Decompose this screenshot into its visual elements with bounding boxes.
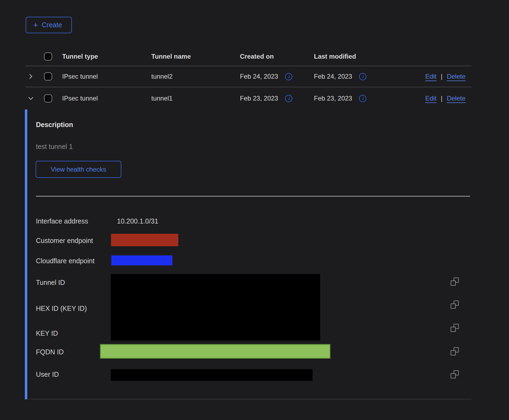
created-on-value: Feb 23, 2023 — [240, 95, 278, 102]
tunnels-table: Tunnel type Tunnel name Created on Last … — [26, 47, 471, 109]
info-icon-glyph: i — [288, 74, 289, 79]
info-icon[interactable]: i — [359, 95, 366, 102]
tunnel-id-label: Tunnel ID — [36, 278, 65, 286]
copy-icon — [451, 278, 459, 286]
select-all-checkbox[interactable] — [44, 52, 52, 61]
row-checkbox[interactable] — [44, 94, 52, 102]
view-health-checks-button[interactable]: View health checks — [36, 161, 121, 178]
collapse-row-button[interactable] — [28, 95, 34, 101]
hex-id-label: HEX ID (KEY ID) — [36, 304, 87, 312]
interface-address-label: Interface address — [36, 217, 88, 225]
copy-icon — [451, 370, 459, 378]
copy-key-id-button[interactable] — [451, 324, 459, 332]
create-button[interactable]: + Create — [26, 17, 72, 33]
cloudflare-endpoint-label: Cloudflare endpoint — [36, 257, 95, 265]
info-icon[interactable]: i — [285, 73, 292, 80]
row-checkbox[interactable] — [44, 72, 52, 81]
col-header-last-modified: Last modified — [314, 53, 412, 60]
description-value: test tunnel 1 — [36, 143, 73, 151]
tunnel-type-cell: IPsec tunnel — [62, 73, 151, 80]
table-header-row: Tunnel type Tunnel name Created on Last … — [26, 47, 471, 66]
interface-address-value: 10.200.1.0/31 — [117, 217, 158, 225]
copy-tunnel-id-button[interactable] — [451, 278, 459, 286]
info-icon-glyph: i — [362, 74, 363, 79]
section-divider — [36, 196, 470, 196]
copy-icon — [451, 347, 459, 355]
description-label: Description — [36, 121, 73, 129]
last-modified-value: Feb 24, 2023 — [314, 73, 352, 80]
expand-row-button[interactable] — [28, 74, 34, 79]
tunnel-name-cell: tunnel1 — [151, 95, 240, 102]
copy-icon — [451, 324, 459, 332]
info-icon-glyph: i — [288, 96, 289, 101]
copy-fqdn-id-button[interactable] — [451, 347, 459, 355]
copy-hex-id-button[interactable] — [451, 301, 459, 309]
table-row-tunnel2: IPsec tunnel tunnel2 Feb 24, 2023 i Feb … — [26, 66, 471, 87]
create-button-label: Create — [42, 21, 62, 29]
info-icon-glyph: i — [362, 96, 363, 101]
customer-endpoint-redacted-value — [111, 234, 178, 246]
cloudflare-endpoint-redacted-value — [111, 255, 172, 265]
user-id-redacted-value — [111, 369, 313, 381]
fqdn-id-redacted-value — [100, 344, 330, 359]
actions-separator: | — [441, 95, 442, 102]
expanded-tunnel-detail: Description test tunnel 1 View health ch… — [25, 109, 471, 399]
delete-link[interactable]: Delete — [447, 95, 466, 102]
fqdn-id-label: FQDN ID — [36, 348, 64, 356]
tunnel-hex-key-id-redacted-value — [111, 274, 320, 341]
info-icon[interactable]: i — [359, 73, 366, 80]
tunnel-name-cell: tunnel2 — [151, 73, 240, 80]
chevron-down-icon — [28, 95, 34, 101]
table-row-tunnel1: IPsec tunnel tunnel1 Feb 23, 2023 i Feb … — [26, 87, 471, 109]
actions-separator: | — [441, 73, 442, 80]
copy-user-id-button[interactable] — [451, 370, 459, 378]
user-id-label: User ID — [36, 370, 59, 378]
chevron-right-icon — [28, 74, 34, 79]
delete-link[interactable]: Delete — [447, 73, 466, 80]
col-header-created-on: Created on — [240, 53, 314, 60]
col-header-tunnel-type: Tunnel type — [62, 53, 151, 60]
created-on-value: Feb 24, 2023 — [240, 73, 278, 80]
customer-endpoint-label: Customer endpoint — [36, 236, 93, 245]
info-icon[interactable]: i — [285, 95, 292, 102]
copy-icon — [451, 301, 459, 309]
last-modified-value: Feb 23, 2023 — [314, 95, 352, 102]
tunnel-type-cell: IPsec tunnel — [62, 95, 151, 102]
edit-link[interactable]: Edit — [425, 73, 436, 80]
edit-link[interactable]: Edit — [425, 95, 436, 102]
col-header-tunnel-name: Tunnel name — [151, 53, 240, 60]
plus-icon: + — [33, 21, 38, 29]
key-id-label: KEY ID — [36, 329, 58, 337]
